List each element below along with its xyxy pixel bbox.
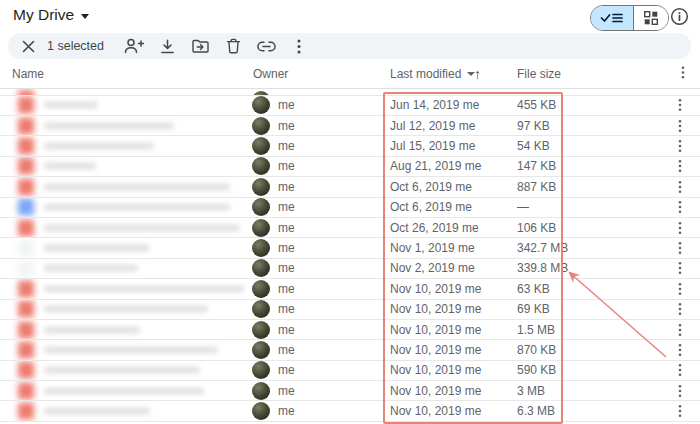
file-row[interactable]: me Jun 14, 2019 me 455 KB xyxy=(0,96,700,116)
file-row[interactable]: me Oct 26, 2019 me 106 KB xyxy=(0,218,700,238)
column-header-name[interactable]: Name xyxy=(12,67,44,81)
more-vert-icon xyxy=(678,343,682,356)
row-more-actions-button[interactable] xyxy=(678,364,682,377)
file-type-icon xyxy=(18,260,34,277)
file-row[interactable]: me Nov 10, 2019 me 69 KB xyxy=(0,300,700,320)
row-more-actions-button[interactable] xyxy=(678,282,682,295)
owner-label: me xyxy=(278,119,295,133)
list-view-button[interactable] xyxy=(591,6,634,30)
download-button[interactable] xyxy=(160,39,175,54)
info-icon xyxy=(670,7,689,26)
more-vert-icon xyxy=(678,242,682,255)
trash-icon xyxy=(226,38,241,54)
owner-label: me xyxy=(278,384,295,398)
file-row[interactable]: me Nov 10, 2019 me 1.5 MB xyxy=(0,320,700,340)
row-more-actions-button[interactable] xyxy=(678,405,682,418)
file-size-value: 147 KB xyxy=(517,159,556,173)
owner-label: me xyxy=(278,159,295,173)
more-vert-icon xyxy=(678,384,682,397)
sort-direction-button[interactable]: ↑ xyxy=(474,66,481,82)
last-modified-value: Jul 12, 2019 me xyxy=(390,119,475,133)
row-more-actions-button[interactable] xyxy=(678,119,682,132)
row-more-actions-button[interactable] xyxy=(678,323,682,336)
file-type-icon xyxy=(18,280,34,297)
titlebar: My Drive xyxy=(0,0,700,32)
file-row[interactable]: me Nov 2, 2019 me 339.8 MB xyxy=(0,259,700,279)
file-row[interactable]: me Nov 10, 2019 me 870 KB xyxy=(0,340,700,360)
row-more-actions-button[interactable] xyxy=(678,140,682,153)
row-more-actions-button[interactable] xyxy=(678,201,682,214)
file-row[interactable]: me Nov 1, 2019 me 342.7 MB xyxy=(0,238,700,258)
grid-view-button[interactable] xyxy=(634,6,668,30)
owner-avatar xyxy=(252,198,270,216)
selection-toolbar: 1 selected xyxy=(8,33,691,59)
row-more-actions-button[interactable] xyxy=(678,303,682,316)
owner-avatar xyxy=(252,219,270,237)
delete-button[interactable] xyxy=(226,38,241,54)
file-size-value: 3 MB xyxy=(517,384,545,398)
file-row[interactable]: me Nov 10, 2019 me 63 KB xyxy=(0,279,700,299)
file-row[interactable]: me Oct 6, 2019 me 887 KB xyxy=(0,177,700,197)
get-link-button[interactable] xyxy=(257,41,276,52)
row-more-actions-button[interactable] xyxy=(678,343,682,356)
file-type-icon xyxy=(18,341,34,358)
file-row[interactable]: me Jul 12, 2019 me 97 KB xyxy=(0,116,700,136)
more-vert-icon xyxy=(678,282,682,295)
file-row[interactable]: me Jul 15, 2019 me 54 KB xyxy=(0,136,700,156)
more-vert-icon xyxy=(678,99,682,112)
file-size-value: 887 KB xyxy=(517,180,556,194)
file-row[interactable]: me Aug 21, 2019 me 147 KB xyxy=(0,157,700,177)
file-name-redacted xyxy=(44,387,204,394)
file-row[interactable] xyxy=(0,89,700,96)
file-name-redacted xyxy=(44,122,174,129)
more-vert-icon xyxy=(678,405,682,418)
row-more-actions-button[interactable] xyxy=(678,99,682,112)
column-header-last-modified[interactable]: Last modified xyxy=(390,67,475,81)
last-modified-value: Oct 6, 2019 me xyxy=(390,180,472,194)
selected-count-label: 1 selected xyxy=(47,39,104,53)
file-row[interactable]: me Nov 10, 2019 me 3 MB xyxy=(0,381,700,401)
file-type-icon xyxy=(18,219,34,236)
file-size-value: 455 KB xyxy=(517,98,556,112)
folder-move-icon xyxy=(192,39,209,53)
file-type-icon xyxy=(18,321,34,338)
info-button[interactable] xyxy=(670,7,689,26)
row-more-actions-button[interactable] xyxy=(678,262,682,275)
my-drive-menu[interactable]: My Drive xyxy=(13,6,89,24)
file-name-redacted xyxy=(44,102,98,109)
move-to-folder-button[interactable] xyxy=(192,39,209,53)
file-row[interactable]: me Nov 10, 2019 me 6.3 MB xyxy=(0,401,700,421)
view-toggle xyxy=(590,5,669,31)
owner-avatar xyxy=(252,259,270,277)
last-modified-value: Nov 10, 2019 me xyxy=(390,282,481,296)
column-settings-button[interactable] xyxy=(681,66,685,82)
file-name-redacted xyxy=(44,408,150,415)
owner-avatar xyxy=(252,96,270,114)
owner-avatar xyxy=(252,361,270,379)
row-more-actions-button[interactable] xyxy=(678,384,682,397)
file-row[interactable]: me Nov 10, 2019 me 590 KB xyxy=(0,361,700,381)
more-actions-button[interactable] xyxy=(297,39,301,54)
clear-selection-button[interactable] xyxy=(22,40,35,53)
page-title: My Drive xyxy=(13,6,74,24)
column-header-owner[interactable]: Owner xyxy=(253,67,288,81)
last-modified-value: Jul 15, 2019 me xyxy=(390,139,475,153)
file-rows: me Jun 14, 2019 me 455 KB me Jul 12, 201… xyxy=(0,89,700,422)
file-type-icon xyxy=(18,158,34,175)
row-more-actions-button[interactable] xyxy=(678,221,682,234)
owner-label: me xyxy=(278,404,295,418)
more-vert-icon xyxy=(678,221,682,234)
row-more-actions-button[interactable] xyxy=(678,242,682,255)
column-header-file-size[interactable]: File size xyxy=(517,67,561,81)
share-button[interactable] xyxy=(124,38,144,54)
file-row[interactable]: me Oct 6, 2019 me — xyxy=(0,198,700,218)
file-name-redacted xyxy=(44,224,240,231)
file-name-redacted xyxy=(44,346,218,353)
owner-label: me xyxy=(278,98,295,112)
owner-label: me xyxy=(278,343,295,357)
more-vert-icon xyxy=(678,201,682,214)
file-type-icon xyxy=(18,199,34,216)
row-more-actions-button[interactable] xyxy=(678,180,682,193)
file-name-redacted xyxy=(44,326,140,333)
row-more-actions-button[interactable] xyxy=(678,160,682,173)
